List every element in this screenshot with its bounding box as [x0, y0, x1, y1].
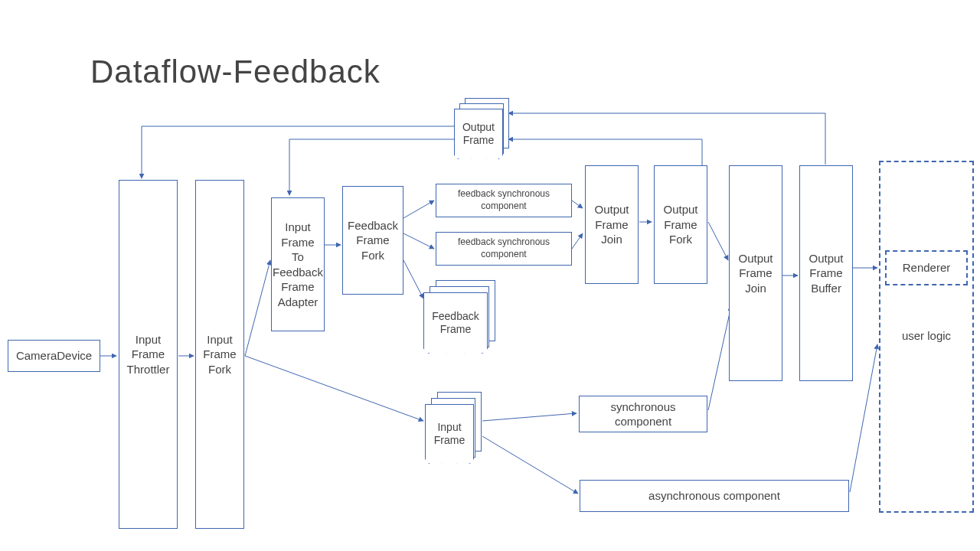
node-async-component: asynchronous component — [580, 480, 849, 512]
svg-line-11 — [708, 222, 728, 260]
node-input-to-feedback-adapter: Input Frame To Feedback Frame Adapter — [271, 197, 325, 331]
node-renderer: Renderer — [885, 250, 968, 285]
svg-line-5 — [403, 201, 434, 218]
node-input-frame-fork: Input Frame Fork — [195, 180, 244, 529]
doc-output-frame: Output Frame — [454, 109, 503, 159]
node-output-frame-join-2: Output Frame Join — [729, 165, 782, 381]
svg-line-9 — [572, 233, 583, 249]
svg-line-6 — [403, 233, 434, 249]
doc-feedback-frame: Feedback Frame — [423, 292, 488, 354]
diagram-title: Dataflow-Feedback — [90, 54, 381, 90]
svg-line-13 — [482, 436, 578, 494]
svg-line-3 — [245, 356, 423, 421]
node-output-frame-fork: Output Frame Fork — [654, 165, 707, 284]
node-feedback-sync-2: feedback synchronous component — [436, 232, 572, 266]
node-feedback-sync-1: feedback synchronous component — [436, 184, 572, 217]
node-output-frame-buffer: Output Frame Buffer — [799, 165, 853, 381]
doc-input-frame: Input Frame — [425, 404, 474, 464]
svg-line-12 — [482, 413, 577, 421]
svg-line-17 — [850, 344, 877, 492]
node-camera-device: CameraDevice — [8, 340, 100, 372]
svg-line-14 — [708, 306, 731, 410]
svg-line-8 — [572, 201, 583, 208]
node-sync-component: synchronous component — [579, 396, 707, 432]
node-input-frame-throttler: Input Frame Throttler — [119, 180, 178, 529]
svg-line-2 — [245, 260, 270, 356]
label-user-logic: user logic — [885, 329, 968, 342]
svg-line-7 — [403, 260, 423, 298]
node-output-frame-join-1: Output Frame Join — [585, 165, 639, 284]
node-feedback-frame-fork: Feedback Frame Fork — [342, 186, 403, 295]
